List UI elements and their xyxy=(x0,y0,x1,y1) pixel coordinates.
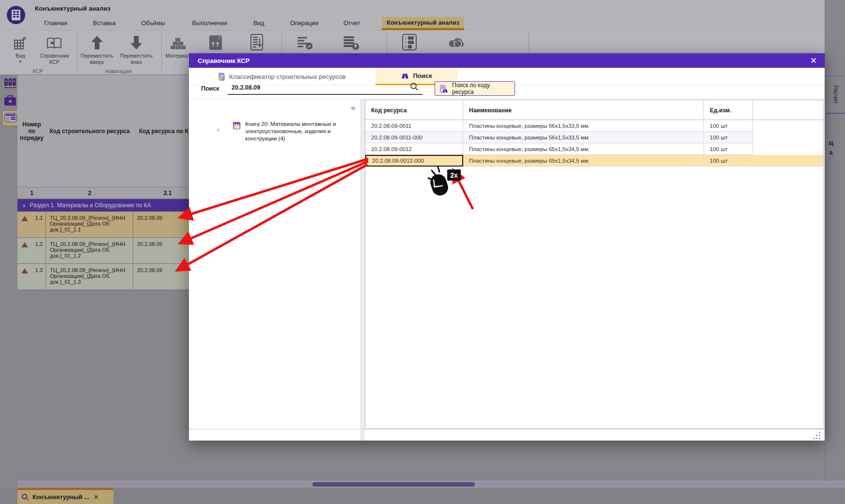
cell-code-focused[interactable]: 20.2.08.09-0012-000 xyxy=(365,155,463,167)
dialog-title: Справочник КСР xyxy=(198,57,250,64)
header-resource-code[interactable]: Код ресурса xyxy=(365,100,463,120)
search-magnifier-icon[interactable] xyxy=(410,82,419,91)
header-name[interactable]: Наименование xyxy=(463,100,704,120)
dialog-header[interactable]: Справочник КСР ✕ xyxy=(189,53,825,68)
tab-classifier-label: Классификатор строительных ресурсов xyxy=(229,73,346,80)
cell-unit[interactable]: 100 шт xyxy=(704,143,753,155)
ksr-dialog: Справочник КСР ✕ Классификатор строитель… xyxy=(189,53,825,441)
cell-unit[interactable]: 100 шт xyxy=(704,155,823,167)
binoculars-icon xyxy=(401,73,409,79)
header-extra xyxy=(753,100,823,120)
footer-divider xyxy=(189,429,825,429)
code-search-icon xyxy=(440,85,448,93)
cell-unit[interactable]: 100 шт xyxy=(704,120,753,132)
resize-grip[interactable] xyxy=(813,432,821,440)
search-label: Поиск xyxy=(201,85,219,92)
table-row[interactable]: 20.2.08.09-0011 Пластины концевые, разме… xyxy=(365,120,823,132)
classifier-doc-icon xyxy=(218,73,225,81)
tree-node-book20[interactable]: Книга 20: Материалы монтажные и электроу… xyxy=(245,121,348,142)
table-header-row: Код ресурса Наименование Ед.изм. xyxy=(365,100,823,120)
cell-code[interactable]: 20.2.08.09-0011-000 xyxy=(365,132,463,143)
resource-table: Код ресурса Наименование Ед.изм. 20.2.08… xyxy=(365,100,824,429)
search-by-code-label: Поиск по коду ресурса xyxy=(452,82,510,95)
cell-name[interactable]: Пластины концевые, размеры 65х1,5х34,5 м… xyxy=(463,143,704,155)
search-by-code-button[interactable]: Поиск по коду ресурса xyxy=(435,81,515,96)
table-row[interactable]: 20.2.08.09-0012 Пластины концевые, разме… xyxy=(365,143,823,155)
book-node-icon xyxy=(233,122,241,130)
cell-code[interactable]: 20.2.08.09-0012 xyxy=(365,143,463,155)
search-input[interactable] xyxy=(228,81,422,95)
close-dialog-button[interactable]: ✕ xyxy=(808,56,819,65)
tab-search-label: Поиск xyxy=(413,72,432,79)
panel-divider xyxy=(189,99,825,99)
cell-name[interactable]: Пластины концевые, размеры 56х1,5х33,5 м… xyxy=(463,132,704,143)
cell-unit[interactable]: 100 шт xyxy=(704,132,753,143)
panel-splitter[interactable] xyxy=(360,99,365,441)
cell-name[interactable]: Пластины концевые, размеры 56х1,5х33,5 м… xyxy=(463,120,704,132)
table-row-selected[interactable]: 20.2.08.09-0012-000 Пластины концевые, р… xyxy=(365,155,823,167)
header-unit[interactable]: Ед.изм. xyxy=(704,100,753,120)
cell-name[interactable]: Пластины концевые, размеры 65х1,5х34,5 м… xyxy=(463,155,704,167)
cell-code[interactable]: 20.2.08.09-0011 xyxy=(365,120,463,132)
table-row[interactable]: 20.2.08.09-0011-000 Пластины концевые, р… xyxy=(365,132,823,143)
collapse-tree-button[interactable]: « xyxy=(347,103,360,113)
tree-expander[interactable]: › xyxy=(217,126,219,133)
application-window: Конъюнктурный анализ Главная Вставка Объ… xyxy=(0,0,845,504)
